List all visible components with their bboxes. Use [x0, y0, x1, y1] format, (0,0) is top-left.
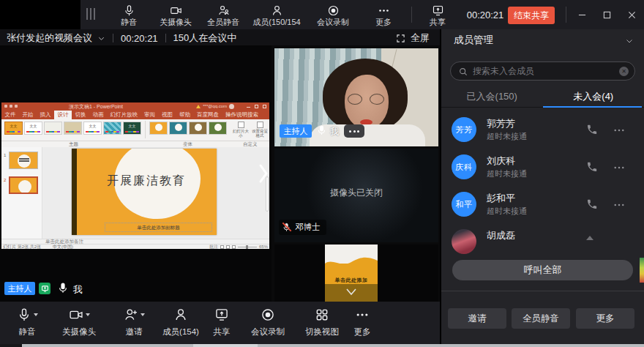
- slide-thumbnail-2[interactable]: [9, 176, 38, 194]
- ppt-tab-design[interactable]: 设计: [54, 111, 72, 119]
- caret-down-icon[interactable]: [141, 313, 145, 316]
- ppt-theme-thumbnail[interactable]: [103, 122, 121, 135]
- microphone-icon[interactable]: [57, 281, 69, 298]
- fullscreen-button[interactable]: 全屏: [396, 29, 430, 47]
- chevron-down-icon[interactable]: [625, 35, 634, 48]
- sidebar-mute-all-button[interactable]: 全员静音: [512, 308, 570, 329]
- end-share-button[interactable]: 结束共享: [508, 7, 555, 24]
- mute-button[interactable]: 静音: [6, 307, 48, 343]
- ppt-format-background-button[interactable]: 设置背景格式: [250, 122, 269, 138]
- member-more-icon[interactable]: [613, 198, 626, 214]
- camera-button[interactable]: 关摄像头: [51, 307, 107, 343]
- ppt-window-controls[interactable]: [247, 105, 266, 108]
- member-more-icon[interactable]: [613, 161, 626, 177]
- ppt-tab-help[interactable]: 帮助: [176, 111, 194, 119]
- top-camera-button[interactable]: 关摄像头: [150, 3, 201, 28]
- slide-thumbnail-1[interactable]: [9, 152, 38, 169]
- current-slide[interactable]: 开展廉洁教育 单击此处添加副标题: [72, 149, 217, 235]
- sidebar-invite-button[interactable]: 邀请: [448, 308, 506, 329]
- ppt-tab-insert[interactable]: 插入: [37, 111, 54, 119]
- slide-subtitle-placeholder[interactable]: 单击此处添加副标题: [105, 223, 212, 232]
- clear-search-icon[interactable]: ✕: [619, 67, 629, 76]
- top-mute-button[interactable]: 静音: [103, 3, 154, 28]
- call-phone-icon[interactable]: [586, 124, 598, 138]
- ppt-status-comments[interactable]: 批注: [209, 245, 218, 249]
- invite-button[interactable]: 邀请: [111, 307, 157, 343]
- next-page-chevron[interactable]: [258, 161, 269, 189]
- top-more-button[interactable]: 更多: [362, 3, 405, 28]
- record-button[interactable]: 会议录制: [243, 307, 293, 343]
- caret-down-icon[interactable]: [86, 313, 90, 316]
- meeting-title[interactable]: 张付发起的视频会议: [7, 31, 92, 45]
- ppt-notes-bar[interactable]: 单击此处添加备注: [1, 239, 269, 244]
- ppt-tab-file[interactable]: 文件: [1, 111, 19, 119]
- ppt-variant-thumbnail[interactable]: [209, 122, 227, 135]
- drag-handle[interactable]: [86, 8, 95, 20]
- more-button[interactable]: 更多: [345, 307, 379, 343]
- member-row[interactable]: 庆科 刘庆科 超时未接通: [441, 149, 644, 187]
- ppt-tab-tellme[interactable]: 操作说明搜索: [222, 111, 262, 119]
- microphone-icon[interactable]: [316, 124, 327, 140]
- ppt-theme-thumbnail[interactable]: 文文: [4, 122, 23, 135]
- member-row[interactable]: 和平 彭和平 超时未接通: [441, 187, 644, 224]
- member-row[interactable]: 胡成磊: [441, 224, 644, 261]
- member-search-box[interactable]: ✕: [450, 61, 635, 81]
- tile-more-button[interactable]: [344, 124, 364, 138]
- member-name: 郭芳芳: [487, 117, 515, 130]
- tab-not-joined[interactable]: 未入会(4): [543, 88, 644, 108]
- chevron-down-icon[interactable]: [97, 34, 105, 42]
- caret-down-icon[interactable]: [34, 313, 38, 316]
- ppt-variant-thumbnail[interactable]: [149, 122, 168, 135]
- ppt-variant-thumbnail[interactable]: [189, 122, 207, 135]
- ppt-tab-home[interactable]: 开始: [19, 111, 37, 119]
- ppt-theme-thumbnail[interactable]: [44, 122, 62, 135]
- top-share-button[interactable]: 共享: [419, 3, 456, 28]
- call-all-button[interactable]: 呼叫全部: [452, 260, 633, 280]
- divider: [113, 34, 113, 42]
- sidebar-more-button[interactable]: 更多: [576, 308, 634, 329]
- ppt-slide-panel[interactable]: 1 2: [1, 147, 42, 239]
- switch-view-button[interactable]: 切换视图: [297, 307, 347, 343]
- video-tile-slide-share[interactable]: 单击此处添加: [274, 245, 438, 302]
- ppt-user-avatar[interactable]: [229, 104, 234, 109]
- ppt-theme-thumbnail[interactable]: 文文: [24, 122, 42, 135]
- ppt-quick-access-toolbar[interactable]: [4, 105, 18, 108]
- ppt-theme-thumbnail[interactable]: [64, 122, 82, 135]
- ppt-tab-baidu[interactable]: 百度网盘: [194, 111, 222, 119]
- slide-title[interactable]: 开展廉洁教育: [79, 174, 214, 189]
- members-button[interactable]: 成员(154): [155, 307, 206, 343]
- ppt-variant-gallery[interactable]: [149, 122, 227, 135]
- top-members-button[interactable]: 成员(150/154: [242, 3, 312, 28]
- window-minimize-button[interactable]: [571, 0, 593, 29]
- member-more-icon[interactable]: [613, 124, 626, 140]
- ppt-tab-slideshow[interactable]: 幻灯片放映: [107, 111, 141, 119]
- call-phone-icon[interactable]: [586, 161, 598, 176]
- member-row[interactable]: 芳芳 郭芳芳 超时未接通: [441, 112, 644, 149]
- ppt-theme-gallery[interactable]: 文文 文文 文文 文文: [4, 122, 141, 135]
- call-phone-icon[interactable]: [586, 198, 598, 213]
- search-input[interactable]: [473, 63, 612, 79]
- ppt-variant-thumbnail[interactable]: [169, 122, 187, 135]
- view-normal-icon[interactable]: [220, 245, 224, 249]
- tab-joined[interactable]: 已入会(150): [441, 88, 543, 108]
- ppt-tab-animations[interactable]: 动画: [89, 111, 107, 119]
- zoom-slider[interactable]: [238, 247, 257, 247]
- window-maximize-button[interactable]: [596, 0, 618, 29]
- ppt-theme-thumbnail[interactable]: 文文: [83, 122, 102, 135]
- view-slideshow-icon[interactable]: [232, 245, 236, 249]
- scroll-up-indicator[interactable]: [586, 236, 594, 240]
- video-tile-doctor[interactable]: 摄像头已关闭 邓博士: [274, 149, 438, 242]
- share-button[interactable]: 共享: [205, 307, 239, 343]
- video-tiles-column: 主持人 我 摄像头已关闭 邓博士 单击此处添加: [272, 45, 440, 302]
- view-sorter-icon[interactable]: [226, 245, 230, 249]
- top-record-button[interactable]: 会议录制: [307, 3, 359, 28]
- ppt-tab-review[interactable]: 审阅: [141, 111, 159, 119]
- window-close-button[interactable]: [621, 0, 643, 29]
- ppt-slide-size-button[interactable]: 幻灯片大小: [231, 122, 250, 138]
- ppt-tab-view[interactable]: 视图: [159, 111, 176, 119]
- sidebar-title: 成员管理: [454, 34, 493, 47]
- slide-number: 1: [4, 153, 6, 157]
- video-tile-self[interactable]: 主持人 我: [274, 48, 438, 146]
- ppt-theme-thumbnail[interactable]: 文文: [123, 122, 141, 135]
- ppt-tab-transitions[interactable]: 切换: [72, 111, 89, 119]
